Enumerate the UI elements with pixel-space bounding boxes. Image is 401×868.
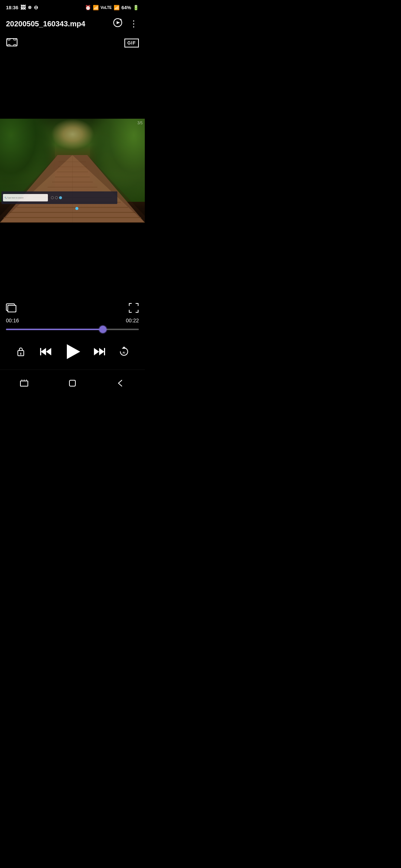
svg-marker-36: [122, 346, 126, 349]
boardwalk: [0, 155, 145, 223]
video-position-label: 3/5: [137, 121, 143, 125]
sky-glow: [51, 119, 94, 150]
rotate-icon[interactable]: Ai: [115, 343, 133, 361]
time-row: 00:16 00:22: [6, 316, 139, 325]
svg-rect-35: [104, 348, 105, 355]
svg-marker-34: [94, 348, 99, 355]
current-time: 00:16: [6, 318, 19, 323]
control-icons-row: [6, 297, 139, 316]
more-options-icon[interactable]: ⋮: [129, 19, 139, 29]
wifi-icon: 📶: [93, 5, 99, 10]
gif-button[interactable]: GIF: [124, 39, 139, 47]
secondary-toolbar: GIF: [0, 34, 145, 52]
battery-icon: 🔋: [133, 5, 139, 10]
playback-controls-row: Ai: [6, 334, 139, 369]
schedule-play-icon[interactable]: [113, 18, 123, 30]
svg-rect-38: [20, 381, 28, 386]
frames-icon[interactable]: [6, 303, 16, 312]
play-button[interactable]: [62, 341, 83, 362]
signal-icon: ⊗: [28, 5, 32, 10]
bottom-nav: [0, 369, 145, 400]
letterbox-bottom: [0, 223, 145, 297]
video-frame[interactable]: 🔍 Type here to search 3/5: [0, 119, 145, 223]
video-title: 20200505_160343.mp4: [6, 20, 85, 28]
alarm-icon: ⏰: [85, 5, 91, 10]
battery-text: 64%: [121, 5, 131, 10]
status-right: ⏰ 📶 VoLTE 📶 64% 🔋: [85, 5, 139, 10]
lte-icon: VoLTE: [101, 6, 112, 10]
svg-rect-42: [69, 380, 75, 386]
svg-rect-5: [8, 45, 10, 46]
svg-text:Ai: Ai: [123, 351, 125, 354]
image-notification-icon: 🖼: [20, 4, 26, 10]
skip-forward-icon[interactable]: [90, 343, 108, 361]
progress-fill: [6, 329, 103, 330]
play-triangle: [67, 344, 80, 359]
progress-bar-container[interactable]: [6, 325, 139, 334]
computer-screen-overlay: 🔍 Type here to search: [1, 191, 117, 204]
video-scene: 🔍 Type here to search 3/5: [0, 119, 145, 223]
toolbar-actions: ⋮: [113, 18, 139, 30]
svg-marker-31: [46, 348, 51, 355]
svg-rect-25: [8, 305, 16, 312]
lock-icon[interactable]: [12, 343, 30, 361]
progress-thumb[interactable]: [99, 326, 107, 333]
svg-marker-30: [41, 348, 46, 355]
signal-bars-icon: 📶: [114, 5, 120, 10]
fullscreen-icon[interactable]: [128, 303, 139, 313]
svg-rect-3: [8, 39, 10, 40]
minus-icon: ⊖: [34, 4, 38, 10]
skip-back-icon[interactable]: [37, 343, 55, 361]
back-icon[interactable]: [113, 376, 128, 391]
recent-apps-icon[interactable]: [17, 376, 32, 391]
svg-rect-32: [40, 348, 41, 355]
svg-marker-1: [117, 21, 120, 24]
svg-rect-4: [14, 39, 16, 40]
svg-rect-6: [14, 45, 16, 46]
total-time: 00:22: [126, 318, 139, 323]
top-toolbar: 20200505_160343.mp4 ⋮: [0, 13, 145, 34]
home-icon[interactable]: [65, 376, 80, 391]
letterbox-top: [0, 52, 145, 119]
time-display: 18:36: [6, 5, 18, 10]
status-time: 18:36 🖼 ⊗ ⊖: [6, 4, 38, 10]
screenshot-icon[interactable]: [6, 37, 18, 49]
status-bar: 18:36 🖼 ⊗ ⊖ ⏰ 📶 VoLTE 📶 64% 🔋: [0, 0, 145, 13]
svg-rect-2: [7, 39, 17, 46]
progress-track[interactable]: [6, 329, 139, 330]
controls-section: 00:16 00:22: [0, 297, 145, 369]
svg-marker-33: [99, 348, 104, 355]
video-container[interactable]: 🔍 Type here to search 3/5: [0, 52, 145, 297]
